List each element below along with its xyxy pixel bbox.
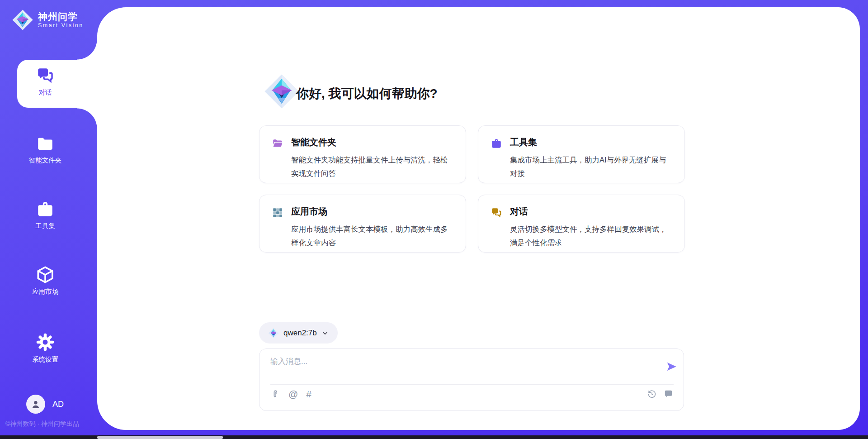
- card-description: 应用市场提供丰富长文本模板，助力高效生成多样化文章内容: [291, 222, 455, 249]
- model-selector[interactable]: qwen2:7b: [259, 322, 338, 344]
- mention-icon[interactable]: @: [288, 389, 298, 400]
- card-description: 集成市场上主流工具，助力AI与外界无缝扩展与对接: [510, 153, 674, 180]
- feature-card-chat[interactable]: 对话 灵活切换多模型文件，支持多样回复效果调试，满足个性化需求: [478, 195, 685, 253]
- copyright-text: ©神州数码 · 神州问学出品: [5, 420, 79, 428]
- card-title: 工具集: [510, 136, 537, 148]
- model-name: qwen2:7b: [283, 329, 317, 338]
- toolbox-icon: [36, 200, 55, 219]
- feature-card-toolset[interactable]: 工具集 集成市场上主流工具，助力AI与外界无缝扩展与对接: [478, 125, 685, 183]
- tab-fillet-top: [77, 39, 98, 60]
- card-description: 智能文件夹功能支持批量文件上传与清洗，轻松实现文件问答: [291, 153, 455, 180]
- card-title: 智能文件夹: [291, 136, 336, 148]
- sidebar-item-label: 应用市场: [32, 287, 58, 296]
- feature-card-smart-folder[interactable]: 智能文件夹 智能文件夹功能支持批量文件上传与清洗，轻松实现文件问答: [259, 125, 466, 183]
- brand-diamond-icon: [12, 9, 33, 31]
- sidebar-item-chat[interactable]: 对话: [0, 66, 90, 97]
- tab-fillet-bottom: [77, 108, 98, 129]
- sidebar-item-toolset[interactable]: 工具集: [0, 200, 90, 230]
- greeting-diamond-icon: [264, 72, 300, 110]
- sidebar-item-label: 智能文件夹: [29, 156, 62, 165]
- model-diamond-icon: [268, 328, 279, 339]
- sidebar-item-smart-folder[interactable]: 智能文件夹: [0, 134, 90, 165]
- sidebar-item-label: 对话: [39, 88, 52, 97]
- horizontal-scrollbar-thumb[interactable]: [97, 436, 223, 439]
- feature-card-app-market[interactable]: 应用市场 应用市场提供丰富长文本模板，助力高效生成多样化文章内容: [259, 195, 466, 253]
- composer-divider: [270, 384, 674, 385]
- sidebar-item-label: 系统设置: [32, 355, 58, 364]
- user-avatar[interactable]: [26, 395, 45, 414]
- feedback-bubble-icon[interactable]: [663, 389, 674, 399]
- toolbox-icon: [491, 138, 502, 149]
- gear-icon: [35, 332, 55, 352]
- folder-icon: [36, 134, 55, 153]
- topic-hash-icon[interactable]: #: [306, 389, 311, 400]
- chevron-down-icon: [321, 329, 329, 337]
- chat-icon: [491, 207, 502, 219]
- app-logo: 神州问学 Smart Vision: [12, 9, 84, 31]
- sidebar-item-settings[interactable]: 系统设置: [0, 332, 90, 364]
- user-initials: AD: [52, 400, 64, 409]
- grid-cube-icon: [272, 207, 283, 219]
- history-icon[interactable]: [647, 389, 657, 399]
- greeting-title: 你好, 我可以如何帮助你?: [296, 85, 438, 102]
- sidebar-item-app-market[interactable]: 应用市场: [0, 265, 90, 296]
- paperclip-icon[interactable]: [270, 389, 280, 399]
- person-icon: [30, 398, 42, 410]
- app-subtitle: Smart Vision: [38, 22, 84, 29]
- card-description: 灵活切换多模型文件，支持多样回复效果调试，满足个性化需求: [510, 222, 674, 249]
- message-composer: @ #: [259, 348, 684, 411]
- cube-icon: [36, 265, 55, 284]
- card-title: 应用市场: [291, 205, 327, 218]
- send-icon[interactable]: [665, 361, 677, 372]
- app-title: 神州问学: [38, 11, 84, 22]
- message-input[interactable]: [270, 356, 650, 382]
- sidebar-item-label: 工具集: [35, 222, 55, 230]
- card-title: 对话: [510, 205, 528, 218]
- folder-open-icon: [272, 138, 283, 149]
- chat-icon: [36, 66, 55, 85]
